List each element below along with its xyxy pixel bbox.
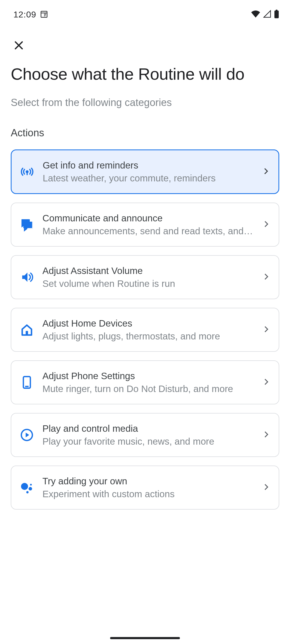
status-bar: 12:09 (0, 0, 290, 24)
action-communicate-and-announce[interactable]: Communicate and announce Make announceme… (11, 203, 279, 247)
card-title: Adjust Phone Settings (42, 371, 253, 381)
play-circle-icon (19, 427, 34, 442)
card-subtitle: Adjust lights, plugs, thermostats, and m… (42, 331, 253, 342)
card-text: Adjust Phone Settings Mute ringer, turn … (42, 371, 253, 394)
section-label: Actions (11, 127, 279, 139)
action-get-info-and-reminders[interactable]: Get info and reminders Latest weather, y… (11, 149, 279, 194)
svg-rect-0 (41, 11, 47, 17)
status-right (251, 10, 279, 19)
svg-point-17 (30, 484, 32, 486)
close-icon (13, 39, 25, 52)
chevron-right-icon (262, 272, 271, 282)
action-adjust-phone-settings[interactable]: Adjust Phone Settings Mute ringer, turn … (11, 360, 279, 404)
navigation-handle[interactable] (110, 637, 180, 639)
card-title: Adjust Assistant Volume (42, 265, 253, 276)
action-adjust-assistant-volume[interactable]: Adjust Assistant Volume Set volume when … (11, 255, 279, 299)
card-title: Play and control media (42, 423, 253, 434)
action-try-adding-your-own[interactable]: Try adding your own Experiment with cust… (11, 466, 279, 510)
chevron-right-icon (261, 167, 270, 177)
card-text: Get info and reminders Latest weather, y… (43, 160, 253, 184)
wifi-icon (251, 10, 260, 19)
card-title: Adjust Home Devices (42, 318, 253, 329)
chevron-right-icon (262, 377, 271, 387)
chat-icon (19, 217, 34, 232)
status-time: 12:09 (13, 10, 36, 20)
card-subtitle: Experiment with custom actions (42, 489, 253, 499)
card-text: Communicate and announce Make announceme… (42, 213, 253, 236)
status-left: 12:09 (13, 10, 48, 20)
card-subtitle: Mute ringer, turn on Do Not Disturb, and… (42, 383, 253, 394)
card-text: Try adding your own Experiment with cust… (42, 476, 253, 499)
chevron-right-icon (262, 430, 271, 440)
signal-icon (263, 10, 272, 19)
chevron-right-icon (262, 325, 271, 335)
header: Choose what the Routine will do Select f… (0, 64, 290, 108)
calendar-icon (40, 10, 48, 19)
card-subtitle: Latest weather, your commute, reminders (43, 173, 253, 184)
svg-rect-5 (274, 10, 279, 18)
card-text: Adjust Home Devices Adjust lights, plugs… (42, 318, 253, 342)
card-text: Adjust Assistant Volume Set volume when … (42, 265, 253, 289)
svg-rect-10 (26, 331, 28, 335)
card-subtitle: Set volume when Routine is run (42, 278, 253, 289)
svg-rect-6 (276, 10, 277, 11)
svg-point-15 (29, 487, 32, 491)
card-title: Get info and reminders (43, 160, 253, 171)
card-subtitle: Play your favorite music, news, and more (42, 436, 253, 447)
svg-point-14 (21, 483, 28, 490)
chevron-right-icon (262, 482, 271, 493)
content: Actions Get info and reminders Latest we… (0, 127, 290, 510)
battery-icon (274, 10, 279, 19)
home-icon (19, 322, 34, 337)
broadcast-icon (20, 164, 35, 179)
volume-icon (19, 270, 34, 285)
svg-point-16 (26, 491, 29, 493)
action-adjust-home-devices[interactable]: Adjust Home Devices Adjust lights, plugs… (11, 308, 279, 352)
action-play-and-control-media[interactable]: Play and control media Play your favorit… (11, 413, 279, 457)
close-button[interactable] (11, 38, 27, 54)
phone-icon (19, 375, 34, 390)
page-title: Choose what the Routine will do (11, 64, 279, 83)
page-subtitle: Select from the following categories (11, 97, 279, 108)
chevron-right-icon (262, 219, 271, 230)
card-title: Try adding your own (42, 476, 253, 486)
card-subtitle: Make announcements, send and read texts,… (42, 226, 253, 236)
assistant-icon (19, 480, 34, 495)
card-text: Play and control media Play your favorit… (42, 423, 253, 447)
card-title: Communicate and announce (42, 213, 253, 224)
top-bar (0, 24, 290, 64)
